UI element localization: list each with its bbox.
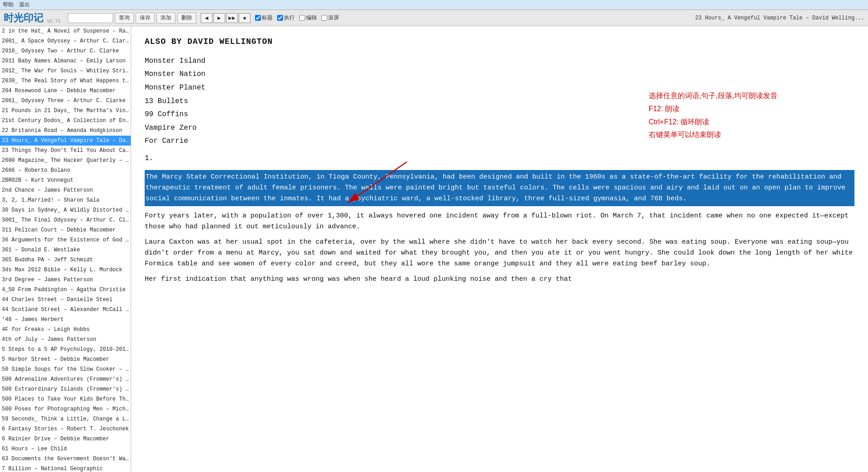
app-title: 时光印记 bbox=[4, 11, 43, 25]
app-version: V2.71 bbox=[47, 19, 61, 24]
play-button[interactable]: ▶ bbox=[213, 13, 225, 23]
sidebar-item[interactable]: 2600 Magazine_ The Hacker Quarterly – Di… bbox=[0, 156, 131, 165]
book-item: Monster Nation bbox=[145, 69, 854, 80]
chk-edit-label[interactable]: 编辑 bbox=[299, 14, 317, 22]
content-area[interactable]: ALSO BY DAVID WELLINGTON Monster IslandM… bbox=[131, 26, 868, 472]
chk-edit[interactable] bbox=[299, 15, 305, 21]
sidebar-item[interactable]: 500 Poses for Photographing Men – Michel… bbox=[0, 404, 131, 414]
book-item: 99 Coffins bbox=[145, 109, 854, 121]
chk-execute[interactable] bbox=[277, 15, 283, 21]
menu-help[interactable]: 帮助 bbox=[3, 1, 14, 9]
search-input[interactable] bbox=[68, 13, 113, 23]
main-layout: 2 in the Hat_ A Novel of Suspense – Raff… bbox=[0, 26, 868, 472]
stop-button[interactable]: ■ bbox=[239, 13, 250, 23]
content-paragraph: Forty years later, with a population of … bbox=[145, 211, 854, 232]
chk-mark[interactable] bbox=[255, 15, 261, 21]
book-item: For Carrie bbox=[145, 136, 854, 147]
sidebar-item[interactable]: 2001_ A Space Odyssey – Arthur C. Clarke bbox=[0, 36, 131, 46]
sidebar-item[interactable]: 361 – Donald E. Westlake bbox=[0, 245, 131, 255]
sidebar-item[interactable]: 2030_ The Real Story of What Happens to … bbox=[0, 76, 131, 86]
next-button[interactable]: ▶▶ bbox=[226, 13, 238, 23]
content-paragraph: Laura Caxton was at her usual spot in th… bbox=[145, 237, 854, 269]
sidebar-item[interactable]: 7 Billion – National Geographic bbox=[0, 464, 131, 472]
book-list-sidebar[interactable]: 2 in the Hat_ A Novel of Suspense – Raff… bbox=[0, 26, 131, 472]
toolbar: 时光印记 V2.71 查询 保存 添加 删除 ◀ ▶ ▶▶ ■ 标题 执行 编辑… bbox=[0, 10, 868, 26]
sidebar-item[interactable]: 3rd Degree – James Patterson bbox=[0, 275, 131, 285]
sidebar-item[interactable]: 59 Seconds_ Think a Little, Change a Lot… bbox=[0, 414, 131, 424]
chk-fullscreen[interactable] bbox=[321, 15, 327, 21]
book-item: Vampire Zero bbox=[145, 123, 854, 134]
sidebar-item[interactable]: 2 in the Hat_ A Novel of Suspense – Raff… bbox=[0, 26, 131, 36]
sidebar-item[interactable]: 30 Days in Sydney_ A Wildly Distorted Ac… bbox=[0, 205, 131, 215]
sidebar-item[interactable]: 5 Harbor Street – Debbie Macomber bbox=[0, 354, 131, 364]
delete-button[interactable]: 删除 bbox=[177, 13, 196, 24]
sidebar-item[interactable]: 4F for Freaks – Leigh Hobbs bbox=[0, 325, 131, 335]
sidebar-item[interactable]: 6 Fantasy Stories – Robert T. Jeschonek bbox=[0, 424, 131, 434]
sidebar-item[interactable]: 6 Rainier Drive – Debbie Macomber bbox=[0, 434, 131, 444]
chapter-number: 1. bbox=[145, 153, 854, 165]
highlighted-paragraph: The Marcy State Correctional Institution… bbox=[145, 170, 854, 206]
sidebar-item[interactable]: 22 Britannia Road – Amanda Hodgkinson bbox=[0, 126, 131, 136]
sidebar-item[interactable]: 61 Hours – Lee Child bbox=[0, 444, 131, 454]
sidebar-item[interactable]: 3001_ The Final Odyssey – Arthur C. Clar… bbox=[0, 215, 131, 225]
sidebar-item[interactable]: 2BR02B – Kurt Vonnegut bbox=[0, 175, 131, 185]
also-by-heading: ALSO BY DAVID WELLINGTON bbox=[145, 35, 854, 48]
sidebar-item[interactable]: 2nd Chance – James Patterson bbox=[0, 185, 131, 195]
sidebar-item[interactable]: 2011 Baby Names Almanac – Emily Larson bbox=[0, 56, 131, 66]
sidebar-item[interactable]: 2012_ The War for Souls – Whitley Strieb… bbox=[0, 66, 131, 76]
sidebar-item[interactable]: 4_50 From Paddington – Agatha Christie bbox=[0, 285, 131, 295]
sidebar-item[interactable]: 5 Steps to a 5 AP Psychology, 2010-2011 … bbox=[0, 345, 131, 354]
chk-fullscreen-label[interactable]: 滚屏 bbox=[321, 14, 339, 22]
menu-exit[interactable]: 退出 bbox=[19, 1, 30, 9]
sidebar-item[interactable]: 63 Documents the Government Doesn't Want… bbox=[0, 454, 131, 464]
sidebar-item[interactable]: 500 Places to Take Your Kids Before They… bbox=[0, 394, 131, 404]
sidebar-item[interactable]: 44 Charles Street – Danielle Steel bbox=[0, 295, 131, 305]
search-button[interactable]: 查询 bbox=[115, 13, 134, 24]
sidebar-item[interactable]: 500 Extraordinary Islands (Frommer's) – … bbox=[0, 384, 131, 394]
sidebar-item[interactable]: 36 Arguments for the Existence of God – … bbox=[0, 235, 131, 245]
sidebar-item[interactable]: 365 Buddha PA – Jeff Schmidt bbox=[0, 255, 131, 265]
save-button[interactable]: 保存 bbox=[136, 13, 155, 24]
chk-execute-label[interactable]: 执行 bbox=[277, 14, 295, 22]
sidebar-item[interactable]: 3ds Max 2012 Bible – Kelly L. Murdock bbox=[0, 265, 131, 275]
regular-paragraphs: Forty years later, with a population of … bbox=[145, 211, 854, 285]
sidebar-item[interactable]: 50 Simple Soups for the Slow Cooker – Ly… bbox=[0, 364, 131, 374]
sidebar-item[interactable]: 23 Hours_ A Vengeful Vampire Tale – Davi… bbox=[0, 136, 131, 146]
sidebar-item[interactable]: 2061_ Odyssey Three – Arthur C. Clarke bbox=[0, 96, 131, 106]
sidebar-item[interactable]: 204 Rosewood Lane – Debbie Macomber bbox=[0, 86, 131, 96]
titlebar: 帮助 退出 bbox=[0, 0, 868, 10]
sidebar-item[interactable]: 2666 – Roberto Bolano bbox=[0, 165, 131, 175]
book-item: Monster Island bbox=[145, 56, 854, 67]
book-item: Monster Planet bbox=[145, 82, 854, 94]
sidebar-item[interactable]: 3, 2, 1…Married! – Sharon Sala bbox=[0, 195, 131, 205]
sidebar-item[interactable]: 2010_ Odyssey Two – Arthur C. Clarke bbox=[0, 46, 131, 56]
sidebar-item[interactable]: 23 Things They Don't Tell You About Capi… bbox=[0, 146, 131, 156]
prev-button[interactable]: ◀ bbox=[201, 13, 212, 23]
window-title: 23 Hours_ A Vengeful Vampire Tale – Davi… bbox=[695, 15, 864, 21]
sidebar-item[interactable]: 44 Scotland Street – Alexander McCall Sm… bbox=[0, 305, 131, 315]
content-paragraph: Her first indication that anything was w… bbox=[145, 274, 854, 285]
sidebar-item[interactable]: 500 Adrenaline Adventures (Frommer's) – … bbox=[0, 374, 131, 384]
sidebar-item[interactable]: 21st Century Dodos_ A Collection of Enda… bbox=[0, 116, 131, 126]
chk-mark-label[interactable]: 标题 bbox=[255, 14, 273, 22]
sidebar-item[interactable]: 311 Pelican Court – Debbie Macomber bbox=[0, 225, 131, 235]
book-item: 13 Bullets bbox=[145, 96, 854, 108]
add-button[interactable]: 添加 bbox=[156, 13, 175, 24]
sidebar-item[interactable]: '48 – James Herbert bbox=[0, 315, 131, 325]
sidebar-item[interactable]: 21 Pounds in 21 Days_ The Martha's Viney… bbox=[0, 106, 131, 116]
sidebar-item[interactable]: 4th of July – James Patterson bbox=[0, 335, 131, 345]
book-list: Monster IslandMonster NationMonster Plan… bbox=[145, 56, 854, 147]
